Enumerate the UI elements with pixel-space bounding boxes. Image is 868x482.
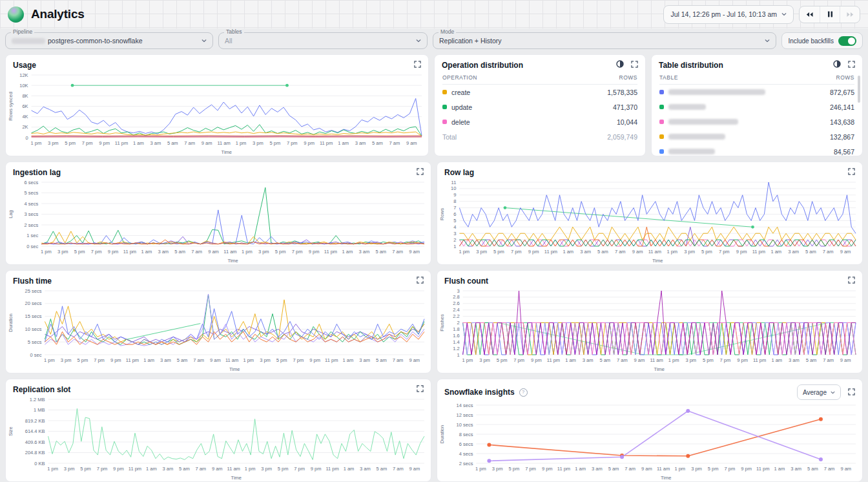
flush-time-chart[interactable]: 0 sec5 secs10 secs15 secs20 secs25 secs1… (6, 286, 431, 373)
y-tick-label: 0 KB (34, 461, 45, 466)
column-header: OPERATION (442, 74, 477, 81)
x-tick-label: 7 am (617, 357, 628, 363)
flush-count-chart[interactable]: 11.21.41.61.822.22.42.62.831 pm3 pm5 pm7… (437, 286, 862, 373)
include-backfills-toggle[interactable] (838, 36, 856, 46)
scrollbar-thumb[interactable] (858, 76, 860, 103)
panel-usage: Usage 02K4K6K8K10K12K1 pm3 pm5 pm7 pm9 p… (5, 54, 429, 156)
x-tick-label: 9 pm (311, 466, 322, 472)
x-tick-label: 5 pm (74, 249, 85, 255)
x-tick-label: 11 am (227, 466, 240, 472)
y-tick-label: 2 (453, 237, 456, 243)
x-tick-label: 7 pm (719, 249, 730, 255)
x-tick-label: 9 am (210, 357, 221, 363)
x-tick-label: 1 am (141, 249, 152, 255)
fullscreen-icon (417, 276, 424, 286)
panel-title: Snowflake insights (444, 388, 515, 397)
x-tick-label: 5 am (375, 249, 386, 255)
redacted-pipeline-prefix (12, 38, 45, 44)
x-tick-label: 1 am (770, 249, 781, 255)
row-label: update (451, 103, 472, 111)
data-point-marker (487, 459, 491, 463)
x-tick-label: 3 am (359, 357, 370, 363)
x-tick-label: 11 pm (544, 249, 557, 255)
rewind-button[interactable] (800, 6, 820, 23)
expand-button[interactable] (848, 276, 855, 286)
y-tick-label: 12 secs (457, 412, 473, 418)
expand-button[interactable] (417, 167, 424, 177)
expand-button[interactable] (848, 167, 855, 177)
x-tick-label: 5 pm (493, 249, 504, 255)
column-header: ROWS (619, 74, 637, 81)
snowflake-insights-chart[interactable]: 2 secs4 secs6 secs8 secs10 secs12 secs14… (437, 401, 862, 481)
y-tick-label: 1.6 (453, 333, 459, 339)
replication-slot-chart[interactable]: 0 KB204.8 KB409.6 KB614.4 KB819.2 KB1 MB… (6, 395, 431, 481)
y-tick-label: 409.6 KB (25, 439, 45, 445)
expand-button[interactable] (848, 60, 855, 70)
redacted-table-name (668, 149, 715, 154)
x-tick-label: 7 am (191, 249, 202, 255)
x-tick-label: 7 am (195, 466, 206, 472)
y-tick-label: 14 secs (457, 403, 473, 408)
data-point-marker (71, 84, 74, 87)
x-tick-label: 9 am (840, 466, 851, 472)
expand-button[interactable] (414, 60, 421, 70)
x-tick-label: 9 am (202, 140, 212, 146)
x-tick-label: 9 am (840, 249, 851, 255)
expand-button[interactable] (417, 276, 424, 286)
row-label: create (451, 89, 470, 96)
expand-button[interactable] (631, 60, 638, 70)
pie-view-button[interactable] (833, 60, 841, 70)
x-tick-label: 11 pm (123, 249, 136, 255)
aggregate-select[interactable]: Average (797, 384, 841, 400)
tables-select[interactable]: Tables All (218, 32, 428, 49)
x-tick-label: 11 pm (547, 357, 560, 363)
y-tick-label: 20 secs (25, 300, 42, 306)
x-tick-label: 3 pm (684, 249, 695, 255)
x-tick-label: 5 pm (278, 466, 289, 472)
fullscreen-icon (414, 60, 421, 70)
chevron-down-icon (416, 38, 421, 43)
panel-replication-slot: Replication slot 0 KB204.8 KB409.6 KB614… (5, 379, 431, 482)
x-tick-label: 7 pm (725, 466, 736, 472)
x-tick-label: 7 am (184, 140, 195, 146)
x-tick-label: 3 pm (476, 249, 487, 255)
usage-chart[interactable]: 02K4K6K8K10K12K1 pm3 pm5 pm7 pm9 pm11 pm… (6, 70, 428, 156)
x-tick-label: 1 am (563, 249, 574, 255)
chevron-down-icon (831, 389, 835, 396)
x-tick-label: 1 am (565, 357, 576, 363)
x-tick-label: 3 am (160, 357, 171, 363)
x-tick-label: 3 pm (479, 357, 490, 363)
y-tick-label: 2.2 (453, 313, 459, 319)
x-tick-label: 5 pm (701, 249, 712, 255)
pie-view-button[interactable] (616, 60, 624, 70)
chevron-down-icon (765, 38, 770, 43)
x-tick-label: 1 am (133, 140, 144, 146)
forward-button[interactable] (840, 6, 860, 23)
expand-button[interactable] (848, 388, 855, 397)
x-tick-label: 3 pm (685, 357, 696, 363)
series-swatch (442, 120, 447, 124)
y-tick-label: 2 (457, 320, 459, 326)
y-tick-label: 204.8 KB (25, 450, 45, 456)
expand-button[interactable] (417, 384, 424, 394)
row-label: delete (451, 118, 470, 126)
include-backfills-control: Include backfills (781, 32, 863, 49)
x-tick-label: 5 pm (497, 357, 508, 363)
x-tick-label: 9 am (409, 466, 420, 472)
column-header: TABLE (659, 74, 678, 81)
y-tick-label: 8 secs (459, 432, 473, 437)
x-tick-label: 9 pm (741, 466, 752, 472)
mode-select[interactable]: Mode Replication + History (433, 32, 776, 49)
date-range-picker[interactable]: Jul 14, 12:26 pm - Jul 16, 10:13 am (663, 5, 794, 24)
redacted-table-name (668, 134, 725, 140)
row-lag-chart[interactable]: 12345678910111 pm3 pm5 pm7 pm9 pm11 pm1 … (437, 178, 862, 264)
row-value: 471,370 (613, 103, 637, 111)
ingestion-lag-chart[interactable]: 0 sec1 sec2 secs3 secs4 secs5 secs6 secs… (6, 178, 431, 264)
data-point-marker (686, 454, 690, 458)
pipeline-select[interactable]: Pipeline postgres-common-to-snowflake (5, 32, 213, 49)
pause-button[interactable] (820, 6, 840, 23)
x-tick-label: 3 pm (261, 466, 272, 472)
help-circle-icon[interactable]: ? (519, 388, 528, 397)
data-point-marker (751, 225, 754, 229)
x-tick-label: 9 pm (108, 249, 119, 255)
